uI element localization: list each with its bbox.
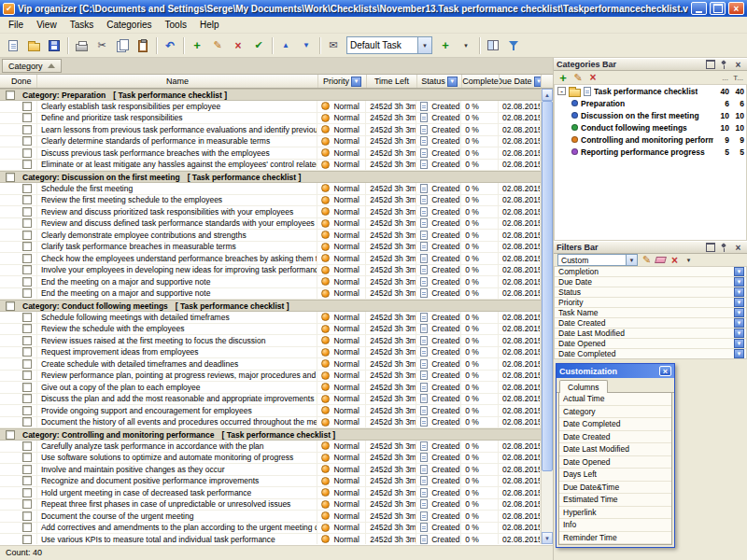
task-row[interactable]: Document the course of the urgent meetin… <box>0 511 541 523</box>
column-list-item[interactable]: Date Last Modified <box>559 443 671 456</box>
task-checkbox[interactable] <box>22 523 32 532</box>
filter-field-row[interactable]: Date Last Modified <box>555 329 746 339</box>
task-row[interactable]: Request improvement ideas from employees… <box>0 347 541 359</box>
filter-field-row[interactable]: Date Opened <box>555 339 746 349</box>
task-checkbox[interactable] <box>22 265 32 274</box>
filter-dropdown-icon[interactable] <box>734 308 744 317</box>
category-row[interactable]: Category: Discussion on the first meetin… <box>0 171 541 183</box>
filter-field-row[interactable]: Due Date <box>555 277 746 287</box>
task-checkbox[interactable] <box>22 254 32 263</box>
filter-field-row[interactable]: Date Completed <box>555 349 746 359</box>
tree-item[interactable]: Preparation66 <box>555 97 746 109</box>
category-checkbox[interactable] <box>6 430 15 440</box>
filter-options-button[interactable] <box>682 254 696 266</box>
task-checkbox[interactable] <box>22 359 32 369</box>
filter-preset-combo[interactable]: Custom <box>557 254 638 266</box>
default-task-combo[interactable]: Default Task <box>346 36 432 54</box>
task-row[interactable]: End the meeting on a major and supportiv… <box>0 288 541 301</box>
undo-button[interactable] <box>160 35 180 56</box>
task-checkbox[interactable] <box>22 511 32 521</box>
category-checkbox[interactable] <box>6 173 15 182</box>
column-header-due-date[interactable]: Due Date <box>500 75 542 88</box>
task-checkbox[interactable] <box>22 113 32 122</box>
close-icon[interactable] <box>732 59 744 70</box>
task-checkbox[interactable] <box>22 195 32 204</box>
category-checkbox[interactable] <box>6 301 15 311</box>
filter-dropdown-icon[interactable] <box>734 267 744 276</box>
copy-button[interactable] <box>112 35 133 56</box>
print-button[interactable] <box>71 35 92 56</box>
chevron-down-icon[interactable] <box>417 37 431 53</box>
task-checkbox[interactable] <box>22 207 32 217</box>
task-row[interactable]: Carefully analyze task performance in ac… <box>0 441 541 453</box>
delete-task-button[interactable] <box>228 35 248 56</box>
task-checkbox[interactable] <box>22 242 32 251</box>
tree-item[interactable]: Discussion on the first meeting1010 <box>555 109 746 121</box>
category-row[interactable]: Category: Preparation[ Task performance … <box>0 89 541 101</box>
task-checkbox[interactable] <box>22 218 32 228</box>
chevron-down-icon[interactable] <box>626 255 637 265</box>
task-row[interactable]: Learn lessons from previous task perform… <box>0 124 541 136</box>
tree-item[interactable]: Conduct following meetings1010 <box>555 121 746 133</box>
task-row[interactable]: Review and discuss defined task performa… <box>0 218 541 231</box>
column-list-item[interactable]: Date Opened <box>559 456 671 469</box>
customization-panel[interactable]: Customization Columns Actual TimeCategor… <box>556 363 675 548</box>
menu-help[interactable]: Help <box>193 18 226 32</box>
task-checkbox[interactable] <box>22 476 32 485</box>
clear-filter-button[interactable] <box>654 254 668 266</box>
column-list-item[interactable]: Hyperlink <box>559 507 671 520</box>
add-task-button[interactable] <box>187 35 207 56</box>
edit-category-button[interactable] <box>571 71 585 84</box>
menu-categories[interactable]: Categories <box>100 18 158 32</box>
task-row[interactable]: Clearly demonstrate employee contributio… <box>0 230 541 242</box>
task-row[interactable]: Give out a copy of the plan to each empl… <box>0 382 541 394</box>
task-checkbox[interactable] <box>22 324 32 333</box>
new-checklist-button[interactable] <box>3 35 23 56</box>
task-checkbox[interactable] <box>22 160 32 169</box>
column-header-status[interactable]: Status <box>417 75 462 88</box>
column-list-item[interactable]: Date Created <box>559 431 671 444</box>
task-row[interactable]: Check how the employees understand perfo… <box>0 253 541 265</box>
task-row[interactable]: Provide ongoing support and encouragemen… <box>0 405 541 417</box>
task-checkbox[interactable] <box>22 488 32 497</box>
filter-dropdown-icon[interactable] <box>534 77 542 87</box>
new-category-button[interactable] <box>556 71 571 84</box>
paste-button[interactable] <box>133 35 153 56</box>
close-icon[interactable] <box>659 366 671 376</box>
task-checkbox[interactable] <box>22 453 32 462</box>
category-row[interactable]: Category: Conduct following meetings[ Ta… <box>0 300 541 312</box>
maximize-button[interactable] <box>710 2 726 15</box>
customization-titlebar[interactable]: Customization <box>557 364 674 378</box>
vertical-scrollbar[interactable] <box>541 89 553 544</box>
delete-category-button[interactable] <box>585 71 600 84</box>
close-icon[interactable] <box>732 242 744 253</box>
task-checkbox[interactable] <box>22 499 32 509</box>
task-row[interactable]: End the meeting on a major and supportiv… <box>0 276 541 288</box>
filters-bar-toggle-button[interactable] <box>503 35 524 56</box>
task-checkbox[interactable] <box>22 406 32 415</box>
task-row[interactable]: Review the first meeting schedule to the… <box>0 195 541 207</box>
task-row[interactable]: Repeat three first phases in case of unp… <box>0 499 541 511</box>
column-list-item[interactable]: Actual Time <box>559 393 671 406</box>
column-list-item[interactable]: Info <box>559 519 671 532</box>
filter-field-row[interactable]: Date Created <box>555 318 746 329</box>
task-checkbox[interactable] <box>22 148 32 158</box>
task-row[interactable]: Add correctives and amendments to the pl… <box>0 523 541 535</box>
filter-dropdown-icon[interactable] <box>734 339 744 348</box>
task-row[interactable]: Hold urgent meeting in case of decreased… <box>0 487 541 499</box>
categories-bar-toggle-button[interactable] <box>483 35 503 56</box>
task-row[interactable]: Clearly determine standards of performan… <box>0 136 541 148</box>
filter-dropdown-icon[interactable] <box>447 77 458 87</box>
edit-filter-button[interactable] <box>640 254 654 266</box>
filter-dropdown-icon[interactable] <box>734 349 744 358</box>
column-header-time-left[interactable]: Time Left <box>367 75 417 88</box>
cut-button[interactable] <box>92 35 112 56</box>
column-list-item[interactable]: Days Left <box>559 469 671 482</box>
menu-file[interactable]: File <box>2 18 30 32</box>
more-options-button[interactable] <box>456 35 476 56</box>
task-row[interactable]: Eliminate or at least mitigate any hassl… <box>0 160 541 172</box>
task-row[interactable]: Schedule following meetings with detaile… <box>0 312 541 324</box>
pin-icon[interactable] <box>718 242 730 253</box>
task-checkbox[interactable] <box>22 465 32 474</box>
task-row[interactable]: Create schedule with detailed timeframes… <box>0 358 541 371</box>
